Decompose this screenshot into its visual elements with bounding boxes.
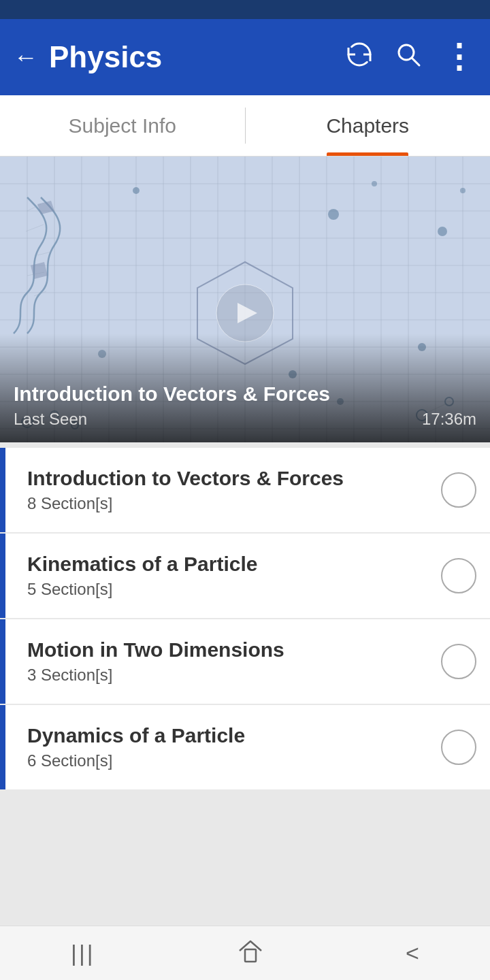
chapter-item[interactable]: Introduction to Vectors & Forces 8 Secti… (0, 448, 490, 532)
last-seen-label: Last Seen (14, 410, 87, 429)
video-meta: Last Seen 17:36m (14, 410, 476, 429)
chapter-sections: 6 Section[s] (27, 751, 441, 770)
svg-point-39 (372, 181, 377, 186)
svg-line-1 (412, 58, 419, 65)
chapter-sections: 5 Section[s] (27, 580, 441, 599)
video-info: Introduction to Vectors & Forces Last Se… (0, 372, 490, 442)
svg-point-41 (460, 188, 466, 193)
tab-subject-info[interactable]: Subject Info (0, 95, 245, 156)
video-banner[interactable]: Introduction to Vectors & Forces Last Se… (0, 157, 490, 442)
chapter-title: Dynamics of a Particle (27, 724, 441, 747)
refresh-icon[interactable] (344, 39, 374, 76)
app-bar: ← Physics ⋮ (0, 19, 490, 95)
svg-point-37 (133, 187, 140, 194)
chapter-list: Introduction to Vectors & Forces 8 Secti… (0, 442, 490, 796)
chapter-item[interactable]: Kinematics of a Particle 5 Section[s] (0, 534, 490, 618)
chapter-bar (0, 705, 5, 789)
chapter-radio[interactable] (441, 644, 476, 679)
chapter-item[interactable]: Motion in Two Dimensions 3 Section[s] (0, 619, 490, 704)
back-nav-icon[interactable]: < (406, 940, 419, 966)
chapter-content: Introduction to Vectors & Forces 8 Secti… (14, 467, 441, 513)
more-options-icon[interactable]: ⋮ (442, 41, 476, 74)
chapter-radio[interactable] (441, 472, 476, 508)
chapter-content: Kinematics of a Particle 5 Section[s] (14, 553, 441, 599)
chapter-radio[interactable] (441, 730, 476, 765)
status-bar (0, 0, 490, 19)
svg-line-33 (34, 291, 46, 296)
chapter-content: Dynamics of a Particle 6 Section[s] (14, 724, 441, 770)
chapter-sections: 8 Section[s] (27, 494, 441, 513)
back-button[interactable]: ← (14, 43, 38, 71)
svg-point-38 (328, 209, 339, 220)
search-icon[interactable] (393, 39, 423, 76)
chapter-title: Motion in Two Dimensions (27, 638, 441, 662)
chapter-item[interactable]: Dynamics of a Particle 6 Section[s] (0, 705, 490, 789)
bottom-navigation: ||| < (0, 926, 490, 980)
tabs-bar: Subject Info Chapters (0, 95, 490, 157)
tab-chapters[interactable]: Chapters (246, 95, 491, 156)
video-duration: 17:36m (422, 410, 476, 429)
svg-line-30 (26, 225, 44, 231)
chapter-bar (0, 619, 5, 704)
svg-point-40 (438, 227, 447, 236)
app-bar-actions: ⋮ (344, 39, 476, 76)
chapter-bar (0, 534, 5, 618)
chapter-title: Kinematics of a Particle (27, 553, 441, 576)
chapter-bar (0, 448, 5, 532)
app-title: Physics (49, 40, 344, 74)
video-title: Introduction to Vectors & Forces (14, 382, 476, 406)
menu-nav-icon[interactable]: ||| (71, 940, 95, 966)
home-nav-icon[interactable] (237, 937, 264, 970)
chapter-content: Motion in Two Dimensions 3 Section[s] (14, 638, 441, 685)
svg-rect-55 (245, 949, 256, 962)
chapter-title: Introduction to Vectors & Forces (27, 467, 441, 490)
chapter-sections: 3 Section[s] (27, 666, 441, 685)
chapter-radio[interactable] (441, 558, 476, 593)
bottom-spacer (0, 796, 490, 851)
